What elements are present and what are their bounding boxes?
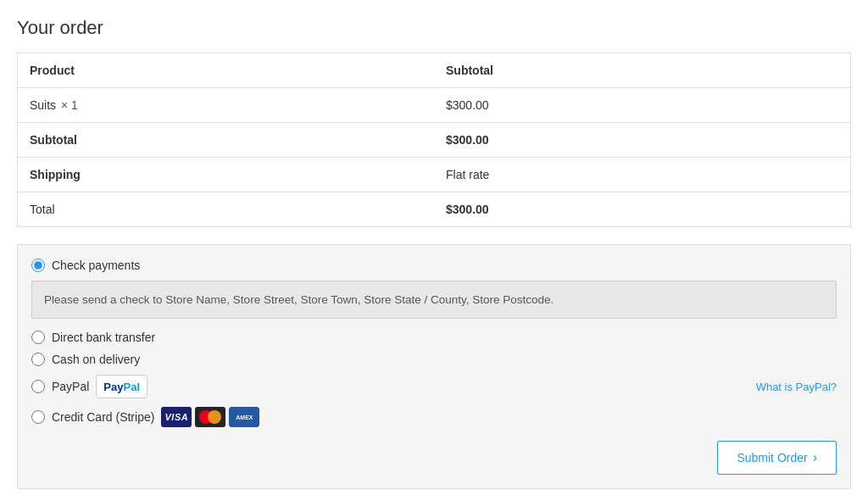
- shipping-value: Flat rate: [434, 158, 851, 192]
- product-name: Suits × 1: [18, 88, 435, 123]
- product-subtotal: $300.00: [434, 88, 851, 123]
- col-header-product: Product: [18, 53, 435, 88]
- paypal-logo: Pay Pal: [96, 375, 147, 398]
- submit-arrow-icon: ›: [813, 450, 817, 465]
- submit-order-button[interactable]: Submit Order ›: [717, 441, 837, 475]
- payment-section: Check payments Please send a check to St…: [17, 244, 851, 489]
- radio-paypal[interactable]: [31, 380, 45, 393]
- payment-label-cod[interactable]: Cash on delivery: [52, 353, 140, 366]
- paypal-logo-pay: Pay: [103, 381, 123, 393]
- visa-icon: VISA: [161, 407, 192, 427]
- total-row: Total $300.00: [18, 192, 851, 227]
- page-title: Your order: [17, 17, 851, 39]
- card-icons: VISA AMEX: [161, 407, 259, 427]
- paypal-logo-pal: Pal: [124, 381, 141, 393]
- payment-option-bank[interactable]: Direct bank transfer: [31, 331, 837, 344]
- payment-label-bank[interactable]: Direct bank transfer: [52, 331, 155, 344]
- submit-row: Submit Order ›: [31, 441, 837, 475]
- amex-icon: AMEX: [229, 407, 259, 427]
- submit-order-label: Submit Order: [737, 451, 807, 464]
- payment-option-check[interactable]: Check payments: [31, 259, 837, 272]
- radio-bank[interactable]: [31, 331, 45, 344]
- mastercard-icon: [195, 407, 225, 427]
- payment-option-stripe[interactable]: Credit Card (Stripe) VISA AMEX: [31, 407, 837, 427]
- radio-cod[interactable]: [31, 353, 45, 366]
- payment-option-cod[interactable]: Cash on delivery: [31, 353, 837, 366]
- col-header-subtotal: Subtotal: [434, 53, 851, 88]
- table-row: Suits × 1 $300.00: [18, 88, 851, 123]
- check-payment-info: Please send a check to Store Name, Store…: [31, 281, 837, 319]
- payment-option-paypal[interactable]: PayPal Pay Pal What is PayPal?: [31, 375, 837, 398]
- radio-check[interactable]: [31, 259, 45, 272]
- radio-stripe[interactable]: [31, 410, 45, 424]
- shipping-row: Shipping Flat rate: [18, 158, 851, 192]
- payment-options-list: Direct bank transfer Cash on delivery Pa…: [31, 331, 837, 427]
- payment-label-check[interactable]: Check payments: [52, 259, 140, 272]
- subtotal-row: Subtotal $300.00: [18, 123, 851, 158]
- subtotal-value: $300.00: [434, 123, 851, 158]
- what-is-paypal-link[interactable]: What is PayPal?: [756, 381, 837, 393]
- total-value: $300.00: [434, 192, 851, 227]
- shipping-label: Shipping: [18, 158, 435, 192]
- payment-label-paypal[interactable]: PayPal Pay Pal: [52, 375, 147, 398]
- order-table: Product Subtotal Suits × 1 $300.00 Subto…: [17, 53, 851, 227]
- subtotal-label: Subtotal: [18, 123, 435, 158]
- total-label: Total: [18, 192, 435, 227]
- payment-label-stripe[interactable]: Credit Card (Stripe) VISA AMEX: [52, 407, 259, 427]
